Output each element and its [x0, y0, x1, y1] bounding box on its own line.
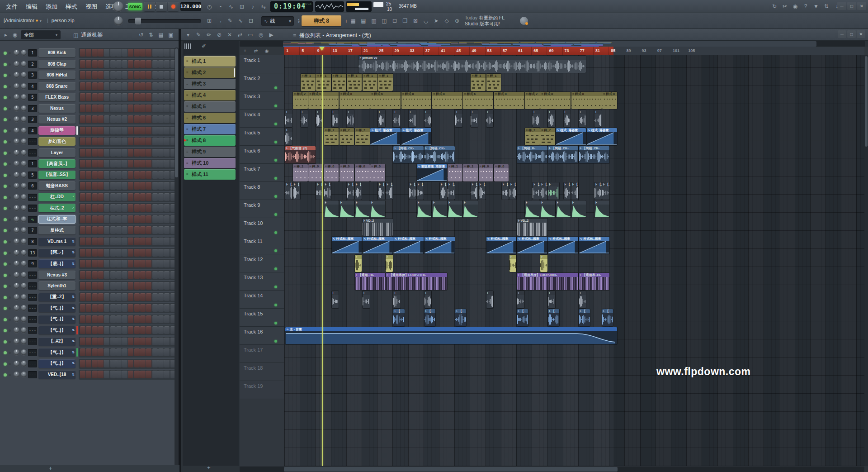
playlist-clip[interactable]: ⊦: [548, 182, 559, 200]
step-cell[interactable]: [158, 226, 164, 234]
channel-select-led[interactable]: [9, 196, 11, 199]
playlist-clip[interactable]: ≡ 样_1: [486, 74, 501, 91]
step-cell[interactable]: [140, 127, 146, 134]
channel-volume-knob[interactable]: [21, 250, 27, 256]
step-cell[interactable]: [146, 71, 151, 79]
step-cell[interactable]: [152, 82, 158, 90]
mixer-icon[interactable]: ◫: [379, 16, 389, 26]
step-cell[interactable]: [128, 338, 133, 345]
track-led[interactable]: [274, 340, 277, 343]
channel-select-led[interactable]: [9, 307, 11, 310]
step-cell[interactable]: [158, 160, 164, 167]
pattern-spinner[interactable]: ▲▼: [297, 18, 300, 24]
step-cell[interactable]: [92, 82, 98, 90]
playlist-clip[interactable]: ⊦: [370, 200, 385, 218]
step-cell[interactable]: [104, 149, 109, 157]
playlist-clip[interactable]: ⊦ 【..: [502, 182, 509, 200]
step-cell[interactable]: [128, 182, 133, 190]
step-cell[interactable]: [122, 149, 127, 157]
track-led[interactable]: [274, 304, 277, 306]
step-cell[interactable]: [86, 171, 91, 179]
step-cell[interactable]: [86, 193, 91, 201]
step-cell[interactable]: [134, 360, 140, 367]
channel-button[interactable]: 柱式和..率: [38, 215, 75, 224]
step-cell[interactable]: [158, 304, 164, 312]
playhead-line[interactable]: [322, 55, 323, 466]
playlist-clip[interactable]: ≡ 样_0: [308, 164, 323, 181]
step-cell[interactable]: [98, 149, 104, 157]
step-cell[interactable]: [80, 105, 85, 112]
playlist-clip[interactable]: ≡ 样_0: [494, 164, 509, 181]
channel-mute-led[interactable]: [4, 373, 7, 377]
step-cell[interactable]: [92, 149, 98, 157]
channel-select-led[interactable]: [9, 63, 11, 66]
step-cell[interactable]: [92, 115, 98, 123]
channel-volume-knob[interactable]: [21, 316, 27, 322]
step-cell[interactable]: [116, 127, 122, 134]
channel-pan-knob[interactable]: [14, 283, 19, 289]
step-cell[interactable]: [122, 315, 127, 323]
step-cell[interactable]: [110, 149, 116, 157]
channel-button[interactable]: 旋律琴: [38, 126, 75, 135]
playlist-clip[interactable]: ⊦: [540, 200, 555, 218]
step-cell[interactable]: [80, 338, 85, 345]
channel-mute-led[interactable]: [4, 207, 7, 210]
step-cell[interactable]: [104, 160, 109, 167]
step-cell[interactable]: [128, 138, 133, 145]
step-cell[interactable]: [140, 49, 146, 57]
playlist-clip[interactable]: ≡ 样式 8: [401, 92, 432, 109]
step-cell[interactable]: [146, 204, 151, 212]
channel-select-led[interactable]: [9, 252, 11, 254]
step-cell[interactable]: [80, 260, 85, 267]
step-cell[interactable]: [140, 260, 146, 267]
channel-volume-knob[interactable]: [21, 116, 27, 122]
channel-pan-knob[interactable]: [14, 216, 19, 222]
channel-button[interactable]: VED..[18⇅: [38, 370, 75, 379]
channel-pan-knob[interactable]: [14, 61, 19, 67]
channel-volume-knob[interactable]: [21, 128, 27, 133]
playlist-clip[interactable]: ⊦: [455, 110, 462, 127]
step-cell[interactable]: [86, 105, 91, 112]
channel-volume-knob[interactable]: [21, 172, 27, 178]
step-cell[interactable]: [80, 49, 85, 57]
channel-mute-led[interactable]: [4, 274, 7, 277]
step-cell[interactable]: [134, 260, 140, 267]
detach-icon[interactable]: ▣: [166, 30, 176, 40]
playlist-clip[interactable]: ≡ 样式 8: [432, 92, 462, 109]
playlist-clip[interactable]: ∿ 柱式和..频率: [517, 237, 547, 254]
step-cell[interactable]: [80, 204, 85, 212]
step-cell[interactable]: [116, 304, 122, 312]
playlist-clip[interactable]: ∿ 柱式..落器量: [556, 128, 586, 145]
step-cell[interactable]: [98, 93, 104, 101]
step-cell[interactable]: [140, 171, 146, 179]
channel-volume-knob[interactable]: [21, 339, 27, 344]
step-cell[interactable]: [80, 271, 85, 279]
channel-pan-knob[interactable]: [14, 250, 19, 256]
step-cell[interactable]: [140, 93, 146, 101]
step-cell[interactable]: [122, 115, 127, 123]
step-cell[interactable]: [110, 360, 116, 367]
playlist-clip[interactable]: ≡ 样_0: [324, 164, 339, 181]
step-cell[interactable]: [146, 338, 151, 345]
playlist-clip[interactable]: ≡ 样式 6: [308, 92, 339, 109]
playlist-clip[interactable]: ⊦: [540, 255, 547, 272]
step-cell[interactable]: [122, 360, 127, 367]
step-cell[interactable]: [158, 215, 164, 223]
channel-volume-knob[interactable]: [21, 161, 27, 167]
step-cell[interactable]: [116, 49, 122, 57]
channel-pan-knob[interactable]: [14, 205, 19, 211]
step-cell[interactable]: [128, 160, 133, 167]
playlist-clip[interactable]: ⊦ 【..: [548, 309, 559, 326]
playlist-clip[interactable]: ⊦: [393, 110, 401, 127]
step-cell[interactable]: [140, 149, 146, 157]
track-header-14[interactable]: Track 14: [240, 291, 284, 309]
step-cell[interactable]: [86, 182, 91, 190]
step-cell[interactable]: [104, 171, 109, 179]
step-cell[interactable]: [110, 93, 116, 101]
step-cell[interactable]: [98, 82, 104, 90]
step-cell[interactable]: [134, 238, 140, 245]
step-cell[interactable]: [98, 260, 104, 267]
channel-pan-knob[interactable]: [14, 150, 19, 156]
close-button[interactable]: ✕: [857, 30, 865, 38]
sync-icon[interactable]: ↻: [769, 1, 779, 11]
